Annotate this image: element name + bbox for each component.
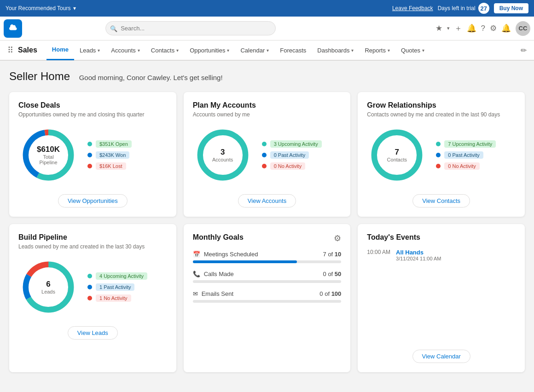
nav-item-calendar[interactable]: Calendar ▾ <box>235 40 274 60</box>
leads-legend-past: 1 Past Activity <box>87 283 147 291</box>
avatar[interactable]: CC <box>516 21 530 36</box>
add-button[interactable]: ＋ <box>454 23 462 34</box>
view-contacts-button[interactable]: View Contacts <box>412 194 470 208</box>
app-logo[interactable] <box>4 19 22 38</box>
edit-nav-icon[interactable]: ✏ <box>521 46 527 55</box>
open-dot <box>87 142 92 146</box>
mail-icon: ✉ <box>193 290 198 297</box>
leads-past-badge: 1 Past Activity <box>96 283 134 291</box>
nav-label-calendar: Calendar <box>240 47 265 54</box>
calls-total: 50 <box>335 271 341 277</box>
nav-item-contacts[interactable]: Contacts ▾ <box>145 40 184 60</box>
nav-label-accounts: Accounts <box>111 47 135 54</box>
event-row: 10:00 AM All Hands 3/11/2024 11:00 AM <box>367 249 516 261</box>
plan-accounts-donut-label: 3 Accounts <box>212 148 233 162</box>
salesforce-cloud-icon <box>7 23 18 34</box>
nav-item-accounts[interactable]: Accounts ▾ <box>105 40 145 60</box>
contacts-none-dot <box>436 164 441 168</box>
monthly-goals-title: Monthly Goals <box>193 233 244 242</box>
contacts-upcoming-badge: 7 Upcoming Activity <box>444 140 496 148</box>
won-dot <box>87 153 92 157</box>
nav-bar: 🔍 ★ ▾ ＋ 🔔 ? ⚙ 🔔 CC <box>0 17 534 40</box>
close-deals-donut-label: $610K Total Pipeline <box>34 145 64 165</box>
accounts-none-badge: 0 No Activity <box>270 162 306 170</box>
nav-items: Home Leads ▾ Accounts ▾ Contacts ▾ Oppor… <box>46 40 430 60</box>
goal-calls: 📞 Calls Made 0 of 50 <box>193 271 342 283</box>
view-leads-button[interactable]: View Leads <box>68 326 118 340</box>
settings-button[interactable]: ⚙ <box>490 23 497 33</box>
tour-label[interactable]: Your Recommended Tours ▾ <box>6 5 76 12</box>
view-calendar-button[interactable]: View Calendar <box>412 350 470 363</box>
build-pipeline-subtitle: Leads owned by me and created in the las… <box>18 243 167 250</box>
accounts-past-dot <box>262 153 267 157</box>
top-bar: Your Recommended Tours ▾ Leave Feedback … <box>0 0 534 17</box>
leads-none-dot <box>87 296 92 300</box>
emails-progress-wrap <box>193 300 342 303</box>
goal-calls-header: 📞 Calls Made 0 of 50 <box>193 271 342 277</box>
nav-item-quotes[interactable]: Quotes ▾ <box>395 40 430 60</box>
app-name: Sales <box>18 46 37 54</box>
chevron-down-icon: ▾ <box>73 5 76 12</box>
grow-relationships-donut-section: 7 Contacts 7 Upcoming Activity 0 Past Ac… <box>367 125 516 185</box>
nav-item-reports[interactable]: Reports ▾ <box>359 40 395 60</box>
close-deals-legend: $351K Open $243K Won $16K Lost <box>87 140 132 170</box>
nav-label-forecasts: Forecasts <box>280 47 306 54</box>
grow-relationships-title: Grow Relationships <box>367 101 516 110</box>
help-button[interactable]: ? <box>481 24 485 33</box>
search-input[interactable] <box>105 21 276 35</box>
legend-item-lost: $16K Lost <box>87 162 132 170</box>
trial-info: Days left in trial 27 <box>438 3 489 14</box>
build-pipeline-title: Build Pipeline <box>18 233 167 242</box>
legend-item-won: $243K Won <box>87 151 132 159</box>
nav-item-dashboards[interactable]: Dashboards ▾ <box>312 40 359 60</box>
leads-upcoming-badge: 4 Upcoming Activity <box>96 272 147 280</box>
close-deals-subtitle: Opportunities owned by me and closing th… <box>18 111 167 118</box>
dashboards-chevron-icon: ▾ <box>351 48 354 53</box>
goal-calls-label: 📞 Calls Made <box>193 271 234 277</box>
contacts-upcoming-dot <box>436 142 441 146</box>
plan-accounts-center: 3 <box>212 148 233 157</box>
notification-bell-button[interactable]: 🔔 <box>467 23 476 33</box>
event-title-link[interactable]: All Hands <box>396 249 441 256</box>
calls-current: 0 <box>323 271 326 277</box>
favorites-dropdown-button[interactable]: ▾ <box>447 25 450 31</box>
main-content: Seller Home Good morning, Conor Cawley. … <box>0 61 534 381</box>
calls-label-text: Calls Made <box>204 271 234 277</box>
won-badge: $243K Won <box>96 151 129 159</box>
reports-chevron-icon: ▾ <box>388 48 390 53</box>
nav-item-opportunities[interactable]: Opportunities ▾ <box>184 40 235 60</box>
meetings-label-text: Meetings Scheduled <box>204 251 258 258</box>
buy-now-button[interactable]: Buy Now <box>494 3 528 13</box>
feedback-link[interactable]: Leave Feedback <box>392 5 433 12</box>
meetings-progress-wrap <box>193 260 342 263</box>
plan-accounts-donut: 3 Accounts <box>193 125 253 185</box>
goals-settings-icon[interactable]: ⚙ <box>334 233 341 243</box>
build-pipeline-donut: 6 Leads <box>18 257 78 317</box>
view-opportunities-button[interactable]: View Opportunities <box>58 194 128 208</box>
build-pipeline-center: 6 <box>41 280 55 289</box>
contacts-legend-past: 0 Past Activity <box>436 151 496 159</box>
grow-relationships-legend: 7 Upcoming Activity 0 Past Activity 0 No… <box>436 140 496 170</box>
emails-total: 100 <box>331 290 342 297</box>
page-header: Seller Home Good morning, Conor Cawley. … <box>9 70 525 83</box>
grow-relationships-donut: 7 Contacts <box>367 125 427 185</box>
leads-legend-upcoming: 4 Upcoming Activity <box>87 272 147 280</box>
star-button[interactable]: ★ <box>435 23 442 33</box>
meetings-current: 7 <box>323 251 326 258</box>
setup-bell-button[interactable]: 🔔 <box>501 23 511 33</box>
nav-label-contacts: Contacts <box>151 47 174 54</box>
nav-label-leads: Leads <box>80 47 96 54</box>
days-badge: 27 <box>478 3 489 14</box>
grid-icon[interactable]: ⠿ <box>7 45 13 55</box>
contacts-chevron-icon: ▾ <box>176 48 179 53</box>
nav-item-home[interactable]: Home <box>46 40 74 60</box>
plan-accounts-card: Plan My Accounts Accounts owned by me 3 … <box>184 92 351 217</box>
grow-relationships-subtitle: Contacts owned by me and created in the … <box>367 111 516 118</box>
plan-accounts-legend-upcoming: 3 Upcoming Activity <box>262 140 322 148</box>
close-deals-donut: $610K Total Pipeline <box>18 125 78 185</box>
view-accounts-button[interactable]: View Accounts <box>238 194 296 208</box>
nav-item-forecasts[interactable]: Forecasts <box>274 40 312 60</box>
meetings-total: 10 <box>335 251 341 258</box>
plan-accounts-donut-section: 3 Accounts 3 Upcoming Activity 0 Past Ac… <box>193 125 342 185</box>
nav-item-leads[interactable]: Leads ▾ <box>74 40 105 60</box>
